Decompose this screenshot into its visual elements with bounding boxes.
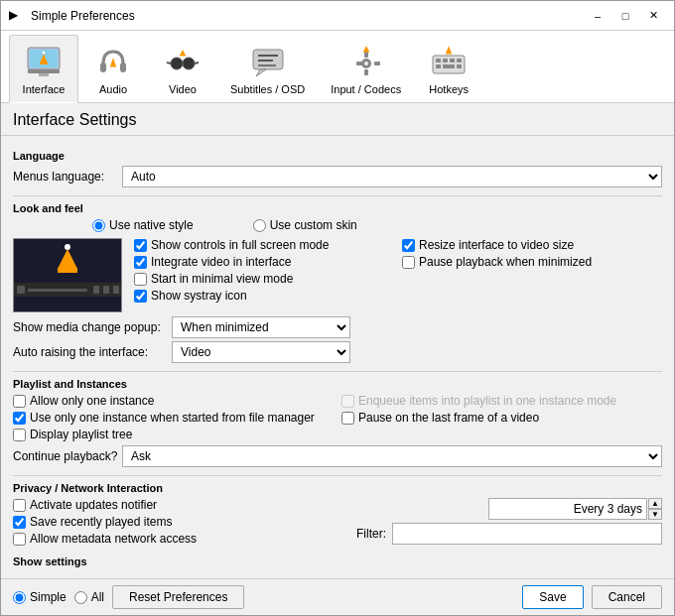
checkbox-start-minimal[interactable]: Start in minimal view mode: [134, 272, 394, 286]
svg-rect-37: [450, 59, 455, 62]
radio-all-input[interactable]: [74, 591, 87, 604]
tab-subtitles[interactable]: Subtitles / OSD: [217, 35, 318, 102]
checkbox-one-instance[interactable]: Allow only one instance: [13, 394, 334, 408]
svg-rect-36: [443, 59, 448, 62]
radio-simple[interactable]: Simple: [13, 590, 67, 604]
svg-rect-8: [120, 62, 126, 72]
checkboxes-right-col: Resize interface to video size Pause pla…: [402, 238, 662, 312]
every-n-days-input[interactable]: [488, 498, 647, 520]
radio-all[interactable]: All: [74, 590, 104, 604]
checkbox-display-tree-input[interactable]: [13, 429, 26, 441]
tab-hotkeys[interactable]: Hotkeys: [414, 35, 483, 102]
tab-interface-label: Interface: [23, 83, 66, 95]
tab-input[interactable]: Input / Codecs: [318, 35, 414, 102]
checkbox-enqueue-items[interactable]: Enqueue items into playlist in one insta…: [341, 394, 662, 408]
cancel-button[interactable]: Cancel: [592, 585, 662, 609]
radio-native-input[interactable]: [92, 219, 105, 232]
show-media-popup-label: Show media change popup:: [13, 320, 172, 334]
auto-raising-row: Auto raising the interface: Video Always…: [13, 341, 662, 363]
footer-left: Simple All Reset Preferences: [13, 585, 514, 609]
checkbox-integrate-video[interactable]: Integrate video in interface: [134, 255, 394, 269]
divider-2: [13, 371, 662, 372]
svg-rect-28: [364, 69, 368, 75]
continue-playback-control: Ask Always Never: [122, 445, 662, 467]
privacy-right: ▲ ▼ Filter:: [341, 498, 662, 548]
checkbox-show-systray-input[interactable]: [134, 290, 147, 303]
checkbox-show-controls[interactable]: Show controls in full screen mode: [134, 238, 394, 252]
checkbox-allow-metadata-input[interactable]: [13, 533, 26, 546]
checkbox-show-controls-input[interactable]: [134, 239, 147, 252]
checkbox-one-instance-manager[interactable]: Use only one instance when started from …: [13, 411, 334, 425]
menus-language-dropdown[interactable]: Auto: [122, 166, 662, 187]
tab-input-label: Input / Codecs: [331, 83, 401, 95]
svg-point-44: [448, 45, 450, 47]
playlist-section-title: Playlist and Instances: [13, 378, 662, 390]
checkbox-resize-interface[interactable]: Resize interface to video size: [402, 238, 662, 252]
checkbox-save-recently[interactable]: Save recently played items: [13, 515, 334, 529]
checkbox-one-instance-label: Allow only one instance: [30, 394, 154, 408]
checkbox-pause-last-frame[interactable]: Pause on the last frame of a video: [341, 411, 662, 425]
checkbox-integrate-video-input[interactable]: [134, 256, 147, 269]
toolbar: Interface Audio: [1, 31, 674, 103]
tab-audio[interactable]: Audio: [78, 35, 148, 102]
svg-rect-52: [93, 286, 99, 294]
maximize-button[interactable]: □: [612, 6, 638, 26]
radio-custom-skin[interactable]: Use custom skin: [253, 218, 357, 232]
tab-interface[interactable]: Interface: [9, 35, 78, 103]
auto-raising-dropdown[interactable]: Video Always Never: [172, 341, 350, 363]
checkbox-allow-metadata[interactable]: Allow metadata network access: [13, 532, 334, 546]
checkbox-start-minimal-input[interactable]: [134, 273, 147, 286]
checkbox-pause-last-frame-label: Pause on the last frame of a video: [358, 411, 539, 425]
svg-rect-41: [457, 64, 462, 68]
radio-native-style[interactable]: Use native style: [92, 218, 194, 232]
checkbox-resize-interface-label: Resize interface to video size: [419, 238, 574, 252]
svg-rect-50: [17, 286, 25, 294]
checkbox-start-minimal-label: Start in minimal view mode: [151, 272, 293, 286]
checkbox-display-tree-label: Display playlist tree: [30, 428, 132, 441]
checkbox-activate-updates-input[interactable]: [13, 499, 26, 512]
minimize-button[interactable]: –: [585, 6, 610, 26]
checkbox-resize-interface-input[interactable]: [402, 239, 415, 252]
checkbox-show-systray[interactable]: Show systray icon: [134, 289, 394, 303]
divider-3: [13, 475, 662, 476]
checkbox-one-instance-manager-input[interactable]: [13, 412, 26, 425]
tab-video[interactable]: Video: [148, 35, 217, 102]
checkbox-save-recently-input[interactable]: [13, 516, 26, 529]
titlebar-buttons: – □ ✕: [585, 6, 666, 26]
checkbox-activate-updates-label: Activate updates notifier: [30, 498, 157, 512]
show-media-popup-dropdown[interactable]: When minimized Always Never: [172, 316, 350, 338]
continue-playback-dropdown[interactable]: Ask Always Never: [122, 445, 662, 467]
radio-simple-input[interactable]: [13, 591, 26, 604]
checkbox-display-tree[interactable]: Display playlist tree: [13, 428, 334, 441]
checkbox-pause-last-frame-input[interactable]: [341, 412, 354, 425]
checkbox-pause-minimized[interactable]: Pause playback when minimized: [402, 255, 662, 269]
playlist-checkboxes-right: Enqueue items into playlist in one insta…: [341, 394, 662, 441]
save-button[interactable]: Save: [522, 585, 583, 609]
checkbox-one-instance-input[interactable]: [13, 395, 26, 408]
footer-right: Save Cancel: [522, 585, 662, 609]
every-n-days-row: ▲ ▼: [341, 498, 662, 520]
checkbox-show-controls-label: Show controls in full screen mode: [151, 238, 329, 252]
svg-rect-7: [100, 62, 106, 72]
svg-point-33: [365, 45, 367, 47]
spin-arrows: ▲ ▼: [648, 498, 662, 520]
reset-preferences-button[interactable]: Reset Preferences: [112, 585, 244, 609]
svg-rect-10: [110, 65, 116, 67]
svg-rect-2: [28, 69, 60, 73]
language-section: Language Menus language: Auto: [13, 150, 662, 187]
tab-hotkeys-label: Hotkeys: [429, 83, 469, 95]
spin-up-button[interactable]: ▲: [648, 498, 662, 509]
checkbox-enqueue-items-input[interactable]: [341, 395, 354, 408]
filter-input[interactable]: [392, 523, 662, 545]
checkbox-activate-updates[interactable]: Activate updates notifier: [13, 498, 334, 512]
footer: Simple All Reset Preferences Save Cancel: [1, 578, 674, 615]
spin-down-button[interactable]: ▼: [648, 509, 662, 520]
close-button[interactable]: ✕: [640, 6, 666, 26]
radio-custom-input[interactable]: [253, 219, 266, 232]
checkbox-pause-minimized-input[interactable]: [402, 256, 415, 269]
look-and-feel-title: Look and feel: [13, 202, 662, 214]
svg-line-14: [167, 62, 171, 63]
svg-point-11: [112, 56, 114, 58]
svg-rect-54: [113, 286, 119, 294]
tab-audio-label: Audio: [99, 83, 127, 95]
